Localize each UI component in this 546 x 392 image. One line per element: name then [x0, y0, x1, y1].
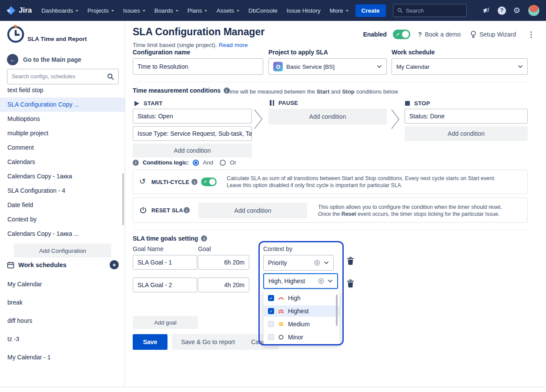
info-icon[interactable]: i [201, 235, 207, 241]
sidebar-search-input[interactable] [12, 74, 104, 80]
conditions-section-title: Time measurement conditions i [133, 87, 230, 94]
nav-issues[interactable]: Issues [123, 7, 145, 14]
start-condition-chip[interactable]: Issue Type: Service Request, Sub-task, T… [133, 126, 252, 141]
checkbox-checked[interactable]: ✓ [268, 295, 274, 301]
config-item[interactable]: Context by [0, 212, 125, 227]
context-values-select[interactable]: High, Highest [263, 273, 338, 289]
add-schedule-icon[interactable]: + [110, 260, 119, 269]
delete-goal-button[interactable] [346, 278, 355, 290]
chevron-down-icon [377, 65, 382, 68]
brand-name: Jira [19, 6, 32, 15]
config-item-selected[interactable]: SLA Configuration Copy ... [0, 97, 125, 112]
create-button[interactable]: Create [355, 4, 386, 17]
flow-chevron-icon [253, 108, 264, 131]
nav-issue-history[interactable]: Issue History [287, 7, 321, 14]
config-item[interactable]: Calendars Copy - 1акка [0, 169, 125, 184]
goal-name-input[interactable] [133, 255, 197, 270]
read-more-link[interactable]: Read more [219, 42, 248, 48]
stop-add-condition-button[interactable]: Add condition [405, 126, 528, 141]
info-icon[interactable]: i [184, 207, 190, 213]
info-icon[interactable]: i [191, 179, 198, 185]
setup-wizard-button[interactable]: Setup Wizard [469, 28, 518, 41]
nav-projects[interactable]: Projects [87, 7, 114, 14]
nav-more[interactable]: More [330, 7, 348, 14]
navbar-search[interactable] [393, 4, 467, 17]
priority-option-minor[interactable]: Minor [264, 332, 339, 343]
announcements-icon[interactable] [482, 7, 490, 14]
save-go-report-button[interactable]: Save & Go to report [172, 334, 244, 350]
config-item[interactable]: Comment [0, 141, 125, 155]
save-button[interactable]: Save [133, 334, 167, 350]
stop-condition-chip[interactable]: Status: Done [405, 109, 528, 124]
delete-goal-button[interactable] [346, 256, 355, 267]
config-item[interactable]: Date field [0, 198, 125, 212]
nav-dashboards[interactable]: Dashboards [41, 7, 78, 14]
gear-icon[interactable]: ⚙ [513, 7, 520, 14]
context-field-select[interactable]: Priority [263, 255, 334, 271]
config-list: text field stop SLA Configuration Copy .… [0, 83, 125, 241]
config-item[interactable]: Calendars [0, 155, 125, 169]
multi-cycle-toggle[interactable]: ✓ [201, 178, 217, 186]
jira-home-link[interactable]: Jira [6, 6, 32, 15]
sidebar-scrollbar[interactable] [122, 173, 124, 225]
priority-option-highest[interactable]: ✓ Highest [264, 305, 339, 317]
schedule-item[interactable]: My Calendar - 1 [0, 348, 125, 366]
nav-boards[interactable]: Boards [154, 7, 178, 14]
config-item[interactable]: Multioptions [0, 112, 125, 126]
config-item[interactable]: multiple project [0, 126, 125, 141]
config-name-input[interactable] [133, 58, 263, 75]
priority-medium-icon [278, 321, 284, 327]
book-demo-button[interactable]: ? Book a demo [416, 28, 462, 40]
info-icon[interactable]: i [133, 160, 139, 166]
checkbox-checked[interactable]: ✓ [268, 308, 274, 314]
priority-option-high[interactable]: ✓ High [264, 292, 339, 304]
config-item[interactable]: text field stop [0, 83, 125, 97]
schedule-item[interactable]: My Calendar [0, 275, 125, 293]
config-item[interactable]: SLA Configuration - 4 [0, 184, 125, 198]
checkbox-unchecked[interactable] [268, 321, 274, 327]
schedule-item[interactable]: tz -3 [0, 330, 125, 348]
logic-or-radio[interactable] [220, 160, 226, 166]
work-schedule-select[interactable]: My Calendar [392, 58, 528, 75]
goal-value-input[interactable] [198, 255, 249, 270]
clear-icon[interactable] [314, 260, 320, 266]
nav-plans[interactable]: Plans [188, 7, 208, 14]
add-goal-button[interactable]: Add goal [133, 316, 198, 329]
sidebar-search[interactable] [7, 69, 119, 84]
schedule-item[interactable]: diff hours [0, 312, 125, 330]
context-values-value: High, Highest [268, 278, 315, 285]
chevron-down-icon [111, 10, 114, 12]
start-condition-chip[interactable]: Status: Open [133, 109, 252, 124]
toggle-knob [402, 31, 409, 38]
more-menu-icon[interactable]: ⋮ [524, 28, 538, 41]
clear-icon[interactable] [318, 278, 324, 284]
nav-assets[interactable]: Assets [216, 7, 239, 14]
user-avatar[interactable] [528, 4, 540, 17]
goal-value-input[interactable] [198, 278, 249, 292]
priority-highest-icon [278, 308, 284, 314]
back-to-main-link[interactable]: ← Go to the Main page [7, 54, 81, 65]
config-item[interactable]: Calendars Copy - 1акка ... [0, 227, 125, 241]
project-select[interactable]: Basic Service [BS] [268, 58, 387, 75]
schedule-item[interactable]: break [0, 293, 125, 312]
pause-add-condition-button[interactable]: Add condition [268, 109, 387, 124]
page: Jira Dashboards Projects Issues Boards P… [0, 0, 546, 392]
trash-icon [347, 279, 354, 288]
play-icon [134, 101, 139, 106]
reset-add-condition-button[interactable]: Add condition [198, 203, 307, 218]
dropdown-scrollbar[interactable] [336, 295, 338, 326]
logic-and-radio[interactable] [193, 160, 199, 166]
power-icon [140, 207, 147, 214]
nav-dbconsole[interactable]: DbConsole [248, 7, 278, 14]
goal-name-input[interactable] [133, 278, 197, 292]
checkbox-unchecked[interactable] [268, 334, 274, 340]
start-add-condition-button[interactable]: Add condition [133, 144, 252, 157]
conditions-helper-text: Time will be measured between the Start … [226, 88, 398, 95]
navbar-search-input[interactable] [406, 7, 462, 14]
add-configuration-button[interactable]: Add Configuration [14, 244, 111, 258]
multi-cycle-description: Calculate SLA as sum of all transitions … [227, 175, 496, 189]
page-title: SLA Configuration Manager [133, 26, 265, 38]
enabled-toggle[interactable]: ✓ [393, 30, 410, 39]
priority-option-medium[interactable]: Medium [264, 318, 339, 330]
help-icon[interactable]: ? [498, 7, 506, 15]
